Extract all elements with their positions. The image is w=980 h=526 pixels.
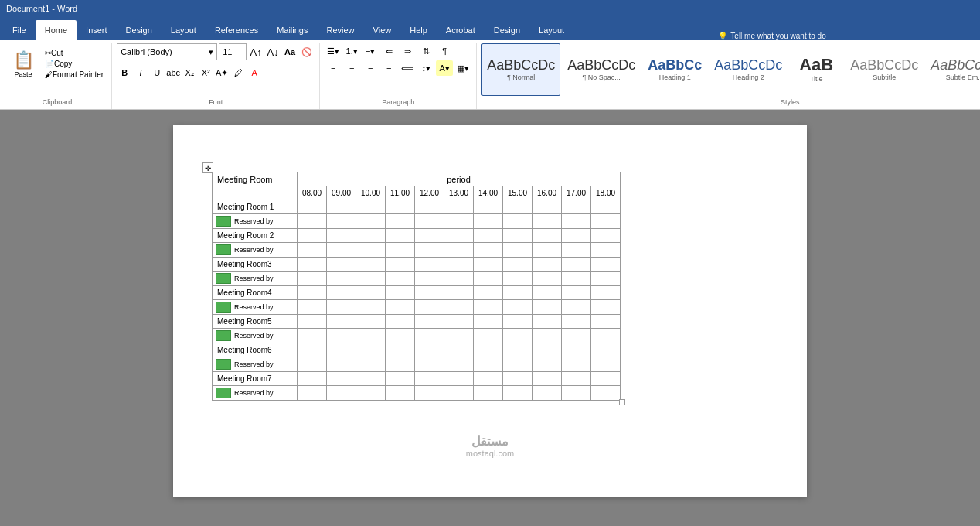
italic-button[interactable]: I [133,65,148,80]
strikethrough-button[interactable]: abc [165,65,181,80]
room-5-slot-5[interactable] [444,343,474,357]
room-0-slot-5[interactable] [444,200,474,214]
reserved-4-slot-6[interactable] [474,329,503,343]
reserved-4-slot-8[interactable] [533,329,562,343]
room-1-slot-10[interactable] [591,229,621,243]
room-0-slot-0[interactable] [298,200,327,214]
reserved-1-slot-9[interactable] [562,243,591,258]
borders-button[interactable]: ▦▾ [454,60,471,76]
room-4-slot-3[interactable] [386,315,415,329]
room-5-slot-9[interactable] [562,343,591,357]
reserved-2-slot-5[interactable] [444,272,474,286]
room-2-slot-10[interactable] [591,258,621,272]
reserved-6-slot-4[interactable] [415,386,444,401]
reserved-1-slot-5[interactable] [444,243,474,258]
reserved-4-slot-2[interactable] [356,329,386,343]
reserved-3-slot-5[interactable] [444,300,474,315]
cut-button[interactable]: ✂ Cut [42,48,107,58]
room-6-slot-9[interactable] [562,372,591,386]
tab-references[interactable]: References [206,20,267,40]
tab-acrobat[interactable]: Acrobat [437,20,485,40]
decrease-indent-button[interactable]: ⇐ [380,43,397,59]
reserved-1-slot-3[interactable] [386,243,415,258]
copy-button[interactable]: 📄 Copy [42,59,107,69]
multilevel-button[interactable]: ≡▾ [362,43,379,59]
style-normal[interactable]: AaBbCcDc ¶ Normal [481,43,560,96]
align-center-button[interactable]: ≡ [343,60,360,76]
tell-me-text[interactable]: Tell me what you want to do [730,32,825,40]
reserved-1-slot-6[interactable] [474,243,503,258]
reserved-5-slot-5[interactable] [444,357,474,372]
room-2-slot-3[interactable] [386,258,415,272]
room-5-slot-10[interactable] [591,343,621,357]
tab-mailings[interactable]: Mailings [267,20,317,40]
room-1-slot-1[interactable] [327,229,356,243]
reserved-6-slot-2[interactable] [356,386,386,401]
room-4-slot-7[interactable] [503,315,533,329]
reserved-3-slot-2[interactable] [356,300,386,315]
reserved-2-slot-3[interactable] [386,272,415,286]
room-0-slot-8[interactable] [533,200,562,214]
room-2-slot-5[interactable] [444,258,474,272]
room-0-slot-9[interactable] [562,200,591,214]
room-1-slot-9[interactable] [562,229,591,243]
line-spacing-button[interactable]: ↕▾ [417,60,434,76]
reserved-5-slot-3[interactable] [386,357,415,372]
style-heading2[interactable]: AaBbCcDc Heading 2 [709,43,788,96]
room-2-slot-6[interactable] [474,258,503,272]
room-4-slot-1[interactable] [327,315,356,329]
reserved-0-slot-5[interactable] [444,214,474,229]
reserved-0-slot-4[interactable] [415,214,444,229]
style-nospace[interactable]: AaBbCcDc ¶ No Spac... [562,43,641,96]
room-2-slot-4[interactable] [415,258,444,272]
room-2-slot-9[interactable] [562,258,591,272]
reserved-3-slot-3[interactable] [386,300,415,315]
reserved-1-slot-8[interactable] [533,243,562,258]
reserved-5-slot-2[interactable] [356,357,386,372]
reserved-2-slot-8[interactable] [533,272,562,286]
room-4-slot-8[interactable] [533,315,562,329]
font-name-input[interactable]: Calibri (Body) ▾ [117,43,217,60]
room-3-slot-2[interactable] [356,286,386,300]
reserved-6-slot-10[interactable] [591,386,621,401]
reserved-0-slot-9[interactable] [562,214,591,229]
reserved-3-slot-10[interactable] [591,300,621,315]
reserved-5-slot-4[interactable] [415,357,444,372]
reserved-4-slot-0[interactable] [298,329,327,343]
change-case-button[interactable]: Aa [282,44,298,60]
font-size-input[interactable]: 11 [219,43,247,60]
room-1-slot-0[interactable] [298,229,327,243]
reserved-4-slot-9[interactable] [562,329,591,343]
font-decrease-button[interactable]: A↓ [265,44,281,60]
room-5-slot-1[interactable] [327,343,356,357]
reserved-3-slot-6[interactable] [474,300,503,315]
reserved-6-slot-3[interactable] [386,386,415,401]
reserved-1-slot-1[interactable] [327,243,356,258]
show-marks-button[interactable]: ¶ [436,43,453,59]
room-3-slot-1[interactable] [327,286,356,300]
reserved-0-slot-2[interactable] [356,214,386,229]
room-2-slot-2[interactable] [356,258,386,272]
tab-layout2[interactable]: Layout [529,20,573,40]
room-0-slot-6[interactable] [474,200,503,214]
tab-home[interactable]: Home [36,20,77,40]
subscript-button[interactable]: X₂ [182,65,197,80]
room-3-slot-5[interactable] [444,286,474,300]
tab-design[interactable]: Design [117,20,162,40]
reserved-5-slot-10[interactable] [591,357,621,372]
room-3-slot-10[interactable] [591,286,621,300]
room-2-slot-0[interactable] [298,258,327,272]
clear-format-button[interactable]: 🚫 [299,44,315,60]
reserved-0-slot-6[interactable] [474,214,503,229]
room-0-slot-7[interactable] [503,200,533,214]
room-6-slot-7[interactable] [503,372,533,386]
reserved-2-slot-1[interactable] [327,272,356,286]
font-increase-button[interactable]: A↑ [248,44,264,60]
reserved-6-slot-9[interactable] [562,386,591,401]
reserved-3-slot-8[interactable] [533,300,562,315]
reserved-1-slot-0[interactable] [298,243,327,258]
rtl-button[interactable]: ⟸ [399,60,416,76]
room-1-slot-5[interactable] [444,229,474,243]
room-6-slot-4[interactable] [415,372,444,386]
tab-review[interactable]: Review [318,20,364,40]
